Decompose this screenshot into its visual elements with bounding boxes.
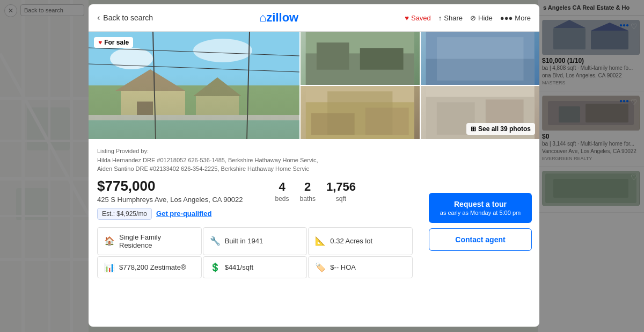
listing-modal: ‹ Back to search ⌂ zillow ♥ Saved ↑ Shar… [89, 4, 539, 327]
heart-icon-badge: ♥ [98, 39, 102, 46]
svg-rect-28 [121, 91, 185, 128]
built-year-label: Built in 1941 [225, 237, 264, 245]
photo-thumb-1[interactable] [301, 32, 420, 85]
hide-icon: ⊘ [470, 14, 476, 22]
more-label: More [515, 14, 531, 22]
beds-label: beds [275, 195, 289, 203]
more-dots-icon: ●●● [500, 14, 513, 22]
more-button[interactable]: ●●● More [500, 14, 531, 22]
detail-item-1: 🔧 Built in 1941 [203, 227, 308, 255]
tour-label: Request a tour [435, 199, 525, 209]
tour-sublabel: as early as Monday at 5:00 pm [435, 209, 525, 216]
lot-size-icon: 📐 [315, 236, 326, 246]
back-to-search-button[interactable]: ‹ Back to search [97, 13, 153, 23]
svg-rect-30 [137, 102, 153, 128]
share-icon: ↑ [438, 14, 442, 22]
sqft-value: 1,756 [326, 180, 356, 194]
chevron-left-icon: ‹ [97, 13, 100, 23]
svg-point-26 [110, 48, 153, 69]
thumb-svg-3 [301, 86, 420, 139]
svg-marker-29 [115, 69, 185, 91]
prequalify-button[interactable]: Get pre-qualified [156, 210, 211, 218]
price-row: $775,000 425 S Humphreys Ave, Los Angele… [97, 178, 413, 204]
detail-item-0: 🏠 Single Family Residence [97, 227, 202, 255]
detail-item-4: 💲 $441/sqft [203, 256, 308, 278]
est-row: Est.: $4,925/mo Get pre-qualified [97, 208, 413, 220]
beds-stat: 4 beds [275, 180, 289, 203]
hoa-icon: 🏷️ [315, 262, 326, 272]
listing-provided-label: Listing Provided by: [97, 148, 149, 154]
for-sale-badge: ♥ For sale [94, 37, 133, 48]
details-grid: 🏠 Single Family Residence 🔧 Built in 194… [97, 227, 413, 278]
saved-label: Saved [411, 14, 431, 22]
svg-rect-42 [360, 48, 404, 69]
sqft-stat: 1,756 sqft [326, 180, 356, 203]
back-label: Back to search [103, 13, 153, 22]
modal-nav: ‹ Back to search ⌂ zillow ♥ Saved ↑ Shar… [89, 4, 539, 32]
svg-rect-50 [365, 107, 409, 135]
home-type-label: Single Family Residence [119, 233, 195, 249]
baths-stat: 2 baths [300, 180, 316, 203]
sqft-label: sqft [326, 195, 356, 203]
heart-filled-icon: ♥ [405, 14, 409, 22]
see-all-photos-button[interactable]: ⊞ See all 39 photos [466, 123, 535, 135]
price-block: $775,000 425 S Humphreys Ave, Los Angele… [97, 178, 243, 204]
svg-marker-32 [193, 77, 241, 96]
baths-value: 2 [300, 180, 316, 194]
share-button[interactable]: ↑ Share [438, 14, 463, 22]
thumb-svg-1 [301, 32, 420, 85]
svg-line-38 [247, 32, 250, 139]
svg-line-37 [153, 32, 156, 139]
property-stats: 4 beds 2 baths 1,756 sqft [275, 178, 356, 203]
detail-item-2: 📐 0.32 Acres lot [308, 227, 413, 255]
photo-thumb-3[interactable] [301, 86, 420, 139]
svg-rect-24 [89, 32, 299, 139]
listing-agent-1: Hilda Hernandez DRE #01218052 626-536-14… [97, 157, 318, 163]
see-all-label: See all 39 photos [478, 125, 531, 133]
nav-actions: ♥ Saved ↑ Share ⊘ Hide ●●● More [405, 14, 531, 22]
listing-address: 425 S Humphreys Ave, Los Angeles, CA 900… [97, 196, 243, 204]
saved-button[interactable]: ♥ Saved [405, 14, 431, 22]
listing-price: $775,000 [97, 178, 243, 194]
beds-value: 4 [275, 180, 289, 194]
action-sidebar: Request a tour as early as Monday at 5:0… [421, 139, 539, 327]
svg-point-27 [193, 39, 252, 62]
baths-label: baths [300, 195, 316, 203]
main-photo[interactable]: ♥ For sale [89, 32, 299, 139]
detail-item-3: 📊 $778,200 Zestimate® [97, 256, 202, 278]
svg-rect-25 [89, 85, 299, 139]
svg-line-36 [89, 64, 299, 72]
price-sqft-label: $441/sqft [225, 263, 254, 271]
hoa-label: $-- HOA [330, 263, 356, 271]
modal-left-content: Listing Provided by: Hilda Hernandez DRE… [89, 139, 421, 327]
photo-grid: ♥ For sale [89, 32, 539, 139]
home-type-icon: 🏠 [104, 236, 115, 246]
zillow-logo-text: zillow [266, 11, 298, 25]
modal-content: Listing Provided by: Hilda Hernandez DRE… [89, 139, 539, 327]
zillow-logo: ⌂ zillow [259, 11, 298, 25]
zestimate-label: $778,200 Zestimate® [119, 263, 186, 271]
main-photo-svg [89, 32, 299, 139]
detail-item-5: 🏷️ $-- HOA [308, 256, 413, 278]
price-sqft-icon: 💲 [210, 262, 221, 272]
lot-size-label: 0.32 Acres lot [330, 237, 372, 245]
built-year-icon: 🔧 [210, 236, 221, 246]
hide-label: Hide [478, 14, 493, 22]
svg-line-35 [89, 48, 299, 56]
svg-rect-49 [311, 113, 355, 135]
thumb-svg-2 [421, 32, 540, 85]
photo-thumb-4[interactable]: ⊞ See all 39 photos [421, 86, 540, 139]
svg-rect-45 [436, 37, 523, 81]
svg-rect-33 [89, 115, 299, 121]
request-tour-button[interactable]: Request a tour as early as Monday at 5:0… [429, 193, 532, 223]
hide-button[interactable]: ⊘ Hide [470, 14, 493, 22]
svg-rect-34 [89, 120, 299, 139]
listing-provided-block: Listing Provided by: Hilda Hernandez DRE… [97, 147, 413, 174]
main-photo-image [89, 32, 299, 139]
contact-agent-button[interactable]: Contact agent [429, 228, 532, 251]
svg-rect-31 [196, 96, 239, 128]
photo-thumb-2[interactable] [421, 32, 540, 85]
zestimate-icon: 📊 [104, 262, 115, 272]
grid-icon: ⊞ [471, 125, 476, 133]
svg-rect-41 [317, 42, 349, 70]
